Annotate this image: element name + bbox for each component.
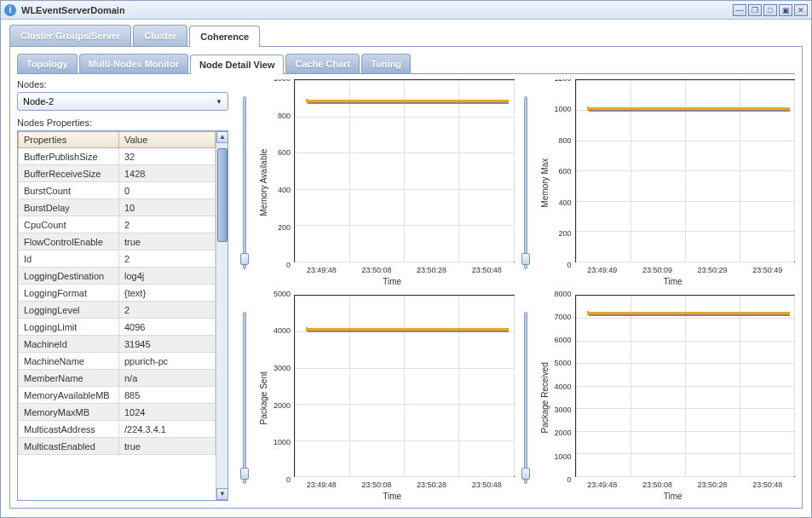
xtick: 23:49:48 <box>587 481 617 489</box>
table-row[interactable]: LoggingFormat{text} <box>19 285 216 302</box>
maximize-button[interactable]: □ <box>763 4 777 16</box>
cell: LoggingFormat <box>19 285 119 302</box>
chart-series-line <box>589 107 790 110</box>
table-row[interactable]: LoggingLimit4096 <box>19 319 216 336</box>
xtick: 23:49:48 <box>307 481 337 489</box>
node-select-value: Node-2 <box>23 96 54 106</box>
table-row[interactable]: BufferPublishSize32 <box>19 148 216 165</box>
chart-memory-max: Memory Max02004006008001000120023:49:492… <box>538 79 796 286</box>
inner-tab-node-detail-view[interactable]: Node Detail View <box>190 55 284 74</box>
scrollbar[interactable]: ▲ ▼ <box>216 131 227 500</box>
chart-xlabel: Time <box>270 492 515 501</box>
chart-plot <box>294 79 515 262</box>
ytick: 800 <box>270 112 291 120</box>
ytick: 3000 <box>270 364 291 372</box>
ytick: 4000 <box>551 383 572 391</box>
ytick: 3000 <box>551 406 572 414</box>
slider-handle[interactable] <box>521 253 530 265</box>
inner-tab-multi-nodes-monitor[interactable]: Multi-Nodes Monitor <box>79 54 188 73</box>
chart-ylabel: Package Received <box>538 295 551 502</box>
tab-body: TopologyMulti-Nodes MonitorNode Detail V… <box>9 47 803 509</box>
chart-xticks: 23:49:4823:50:0823:50:2823:50:48 <box>294 481 515 489</box>
chart-slider[interactable] <box>520 295 532 502</box>
dropdown-arrow-icon: ▼ <box>216 98 222 106</box>
cell: 32 <box>119 148 216 165</box>
cell: 2 <box>119 302 216 319</box>
inner-tab-tuning[interactable]: Tuning <box>361 54 411 73</box>
cell: /224.3.4.1 <box>119 421 216 438</box>
outer-tab-cluster-groups-server[interactable]: Cluster Groups/Server <box>9 25 131 46</box>
table-row[interactable]: MemoryMaxMB1024 <box>19 404 216 421</box>
ytick: 600 <box>551 167 572 176</box>
cell: n/a <box>119 370 216 387</box>
scroll-down-icon[interactable]: ▼ <box>216 488 228 500</box>
cell: MachineName <box>19 353 119 370</box>
chart-xlabel: Time <box>551 492 796 501</box>
outer-tab-cluster[interactable]: Cluster <box>133 25 187 46</box>
table-row[interactable]: MulticastEnabledtrue <box>19 438 216 455</box>
cell: log4j <box>119 268 216 285</box>
chart-slider[interactable] <box>520 79 532 286</box>
table-row[interactable]: CpuCount2 <box>19 216 216 233</box>
ytick: 200 <box>270 223 291 232</box>
column-header[interactable]: Value <box>119 132 216 148</box>
node-select[interactable]: Node-2 ▼ <box>17 92 228 111</box>
table-row[interactable]: MemberNamen/a <box>19 370 216 387</box>
minimize-button[interactable]: — <box>733 4 746 16</box>
chart-slider[interactable] <box>239 295 251 502</box>
table-row[interactable]: MachineNameppurich-pc <box>19 353 216 370</box>
xtick: 23:49:49 <box>587 266 617 274</box>
table-row[interactable]: LoggingDestinationlog4j <box>19 268 216 285</box>
scroll-up-icon[interactable]: ▲ <box>216 131 228 143</box>
table-row[interactable]: BurstDelay10 <box>19 199 216 216</box>
table-row[interactable]: MulticastAddress/224.3.4.1 <box>19 421 216 438</box>
cell: FlowControlEnable <box>19 233 119 250</box>
table-row[interactable]: BufferReceiveSize1428 <box>19 165 216 182</box>
cell: true <box>119 438 216 455</box>
slider-handle[interactable] <box>240 253 249 265</box>
outer-tab-coherence[interactable]: Coherence <box>189 26 260 47</box>
table-row[interactable]: Id2 <box>19 250 216 268</box>
chart-ylabel: Memory Max <box>538 79 551 286</box>
cell: BufferReceiveSize <box>19 165 119 182</box>
xtick: 23:50:08 <box>642 481 672 489</box>
slider-handle[interactable] <box>521 468 530 480</box>
table-row[interactable]: MachineId31945 <box>19 336 216 353</box>
xtick: 23:50:49 <box>752 266 782 274</box>
cell: MachineId <box>19 336 119 353</box>
ytick: 4000 <box>270 326 291 335</box>
window-controls: — ❐ □ ▣ ✕ <box>733 4 808 16</box>
table-row[interactable]: MemoryAvailableMB885 <box>19 387 216 404</box>
chart-series-line <box>589 312 790 314</box>
column-header[interactable]: Properties <box>19 132 119 148</box>
dock-button[interactable]: ▣ <box>779 4 792 16</box>
chart-memory-available: Memory Available0200400600800100023:49:4… <box>257 79 515 286</box>
cell: CpuCount <box>19 216 119 233</box>
ytick: 0 <box>551 261 572 269</box>
restore-button[interactable]: ❐ <box>748 4 762 16</box>
cell: BufferPublishSize <box>19 148 119 165</box>
ytick: 1000 <box>551 452 572 461</box>
cell: Id <box>19 250 119 268</box>
inner-tab-topology[interactable]: Topology <box>17 54 78 73</box>
ytick: 8000 <box>551 290 572 298</box>
inner-tab-cache-chart[interactable]: Cache Chart <box>285 54 360 73</box>
ytick: 5000 <box>551 359 572 367</box>
cell: MulticastEnabled <box>19 438 119 455</box>
ytick: 0 <box>551 475 572 484</box>
props-table-wrap: PropertiesValue BufferPublishSize32Buffe… <box>17 130 228 501</box>
content-area: Cluster Groups/ServerClusterCoherence To… <box>1 20 811 517</box>
xtick: 23:50:48 <box>472 481 502 489</box>
table-row[interactable]: BurstCount0 <box>19 182 216 199</box>
detail-area: Nodes: Node-2 ▼ Nodes Properties: Proper… <box>17 79 795 501</box>
chart-xlabel: Time <box>270 277 515 286</box>
ytick: 400 <box>270 186 291 194</box>
table-row[interactable]: FlowControlEnabletrue <box>19 233 216 250</box>
close-button[interactable]: ✕ <box>794 4 808 16</box>
table-row[interactable]: LoggingLevel2 <box>19 302 216 319</box>
slider-handle[interactable] <box>240 468 249 480</box>
chart-slider[interactable] <box>239 79 251 286</box>
chart-package-received: Package Received010002000300040005000600… <box>538 295 796 502</box>
scroll-thumb[interactable] <box>217 148 227 242</box>
chart-plot <box>575 295 796 478</box>
